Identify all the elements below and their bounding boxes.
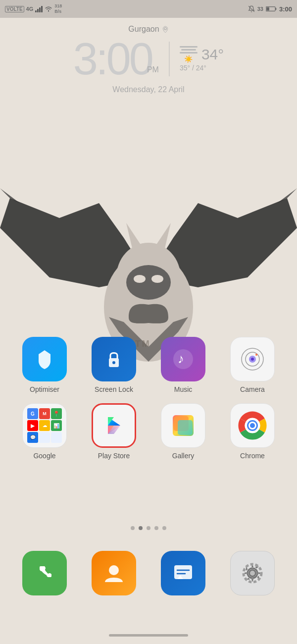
contacts-icon [92,551,136,595]
phone-icon [22,551,67,595]
bell-muted-icon [248,5,255,12]
weather-info: ☀️ 34° 35° / 24° [180,46,224,72]
haze-icon: ☀️ [180,46,198,63]
home-indicator[interactable] [109,634,188,637]
time-label: 3:00 [279,5,292,13]
messages-icon [161,551,205,595]
wifi-icon [45,5,52,12]
settings-icon [230,551,275,595]
clock-period: PM [147,65,159,74]
app-grid: Optimiser Screen Lock ♪ Music [0,337,297,470]
svg-rect-10 [275,8,276,10]
app-gallery[interactable]: Gallery [156,403,210,460]
signal-bars [35,5,43,12]
chrome-icon [230,403,275,448]
page-dot-3 [147,526,150,530]
svg-point-4 [126,265,171,300]
page-dot-1 [131,526,135,530]
location-text: Gurgaon [128,25,159,34]
battery-label: 33 [257,6,263,12]
music-label: Music [174,385,193,393]
app-row-2: G M 📍 ▶ ☁ 📊 💬 Google [10,403,287,460]
gallery-label: Gallery [172,452,194,460]
google-icon: G M 📍 ▶ ☁ 📊 💬 [22,403,67,448]
svg-rect-35 [174,565,192,579]
svg-text:♪: ♪ [178,351,184,366]
svg-point-14 [112,361,115,364]
status-right: 33 3:00 [248,5,292,13]
weather-temp: 34° [201,46,224,63]
svg-point-42 [250,571,255,576]
page-indicators [0,526,297,530]
page-dot-5 [162,526,166,530]
screenlock-label: Screen Lock [95,385,133,393]
chrome-label: Chrome [240,452,265,460]
playstore-label: Play Store [98,452,130,460]
app-screenlock[interactable]: Screen Lock [87,337,141,393]
date-display: Wednesday, 22 April [0,85,297,94]
svg-point-5 [134,275,146,283]
svg-point-12 [164,28,166,30]
dock-phone[interactable] [17,551,72,599]
camera-icon [230,337,275,381]
location-icon [162,26,169,33]
app-playstore[interactable]: Play Store [87,403,141,460]
app-camera[interactable]: Camera [225,337,280,393]
svg-point-20 [251,358,254,361]
dock-settings[interactable] [225,551,280,599]
playstore-icon [92,403,136,448]
svg-point-21 [255,354,257,356]
speed-label: 318B/s [54,3,62,14]
clock-area: Gurgaon 3:00 PM ☀️ 34° 35° / 24° Wednes [0,25,297,94]
optimiser-icon [22,337,67,381]
battery-icon [266,6,277,12]
app-optimiser[interactable]: Optimiser [17,337,72,393]
optimiser-label: Optimiser [30,385,59,393]
carrier-label: VOLTE [5,6,24,12]
app-google[interactable]: G M 📍 ▶ ☁ 📊 💬 Google [17,403,72,460]
clock-divider [169,42,170,76]
status-left: VOLTE 4G 318B/s [5,3,62,14]
dock [0,551,297,599]
screenlock-icon [92,337,136,381]
gallery-icon [161,403,205,448]
network-label: 4G [26,6,34,12]
app-row-1: Optimiser Screen Lock ♪ Music [10,337,287,393]
google-label: Google [33,452,55,460]
clock-time-display: 3:00 [73,37,152,81]
camera-label: Camera [240,385,265,393]
svg-point-6 [151,275,163,283]
dock-messages[interactable] [156,551,210,599]
app-music[interactable]: ♪ Music [156,337,210,393]
dock-contacts[interactable] [87,551,141,599]
svg-point-33 [250,423,255,428]
location-display: Gurgaon [0,25,297,34]
weather-range: 35° / 24° [180,64,206,72]
page-dot-4 [154,526,158,530]
svg-rect-29 [178,420,193,435]
page-dot-2 [139,526,143,530]
status-bar: VOLTE 4G 318B/s 33 3:00 [0,0,297,18]
svg-rect-11 [266,7,269,11]
svg-point-34 [109,565,119,575]
app-chrome[interactable]: Chrome [225,403,280,460]
music-icon: ♪ [161,337,205,381]
